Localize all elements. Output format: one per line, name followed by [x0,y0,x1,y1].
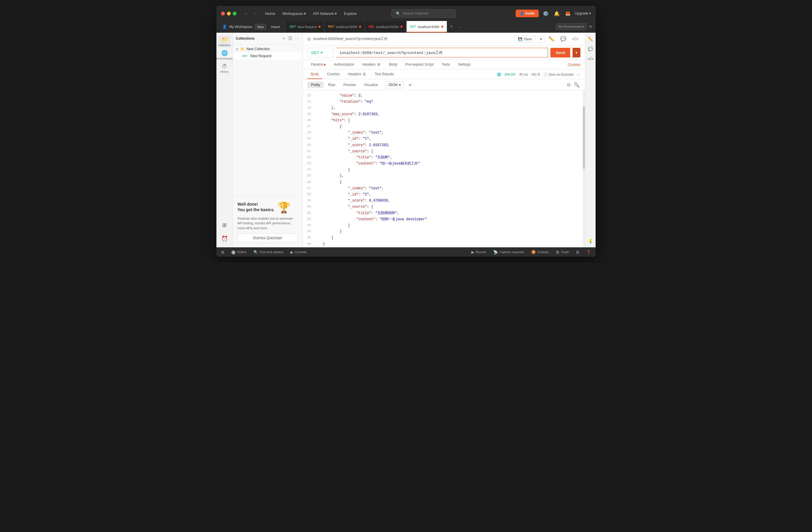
layout-button[interactable]: ⊞ [575,250,580,254]
cookies-link[interactable]: Cookies [568,63,580,67]
pre-request-tab[interactable]: Pre-request Script [402,60,437,69]
body-tab[interactable]: Body [386,60,401,69]
close-button[interactable] [221,12,225,15]
environment-icon-button[interactable]: 👁 [589,25,593,29]
cookies-button[interactable]: 🍪 Cookies [530,250,550,254]
console-button[interactable]: ▶ Console [289,250,308,254]
test-results-tab[interactable]: Test Results [371,70,397,79]
quickstart-text: Well done!You got the basics. [237,202,274,213]
explore-link[interactable]: Explore [341,10,360,17]
invite-button[interactable]: 👤 Invite [516,10,539,17]
search-button[interactable]: 🔍 [573,81,580,88]
right-sidebar-code-button[interactable]: </> [586,55,595,63]
response-more-button[interactable]: ··· [577,72,580,77]
sidebar-timer-button[interactable]: ⏰ [219,233,230,244]
json-line-21: 21 "_source": { [303,148,585,155]
breadcrumb-actions: 💾 Save ▾ ✏️ 💬 </> [514,35,581,43]
sidebar-environments-button[interactable]: 🌐 Environments [219,49,230,61]
format-select[interactable]: JSON ▾ [385,81,404,88]
tab-put-localhost[interactable]: PUT localhost:9200/ [324,21,365,32]
pretty-format-button[interactable]: Pretty [307,82,323,88]
home-link[interactable]: Home [262,10,278,17]
new-button[interactable]: New [255,24,266,30]
params-tab[interactable]: Params [307,60,329,69]
tab-label: New Request [298,25,317,29]
url-input[interactable] [336,48,548,57]
save-icon: 💾 [518,37,522,41]
raw-format-button[interactable]: Raw [324,82,339,88]
json-line-32: 32 "content": "招聘一名java developer" [303,216,585,222]
expand-sidebar-button[interactable]: ⊞ [220,250,226,254]
edit-icon-button[interactable]: ✏️ [547,35,556,43]
response-area: Body Cookies Headers4 Test Results 🌐 200… [303,70,585,247]
trash-button[interactable]: 🗑 Trash [554,250,570,254]
import-button[interactable]: Import [269,24,282,29]
send-button[interactable]: Send [550,48,570,57]
capture-icon: 📡 [493,250,498,254]
maximize-button[interactable] [233,12,236,15]
visualize-format-button[interactable]: Visualize [361,82,381,88]
authorization-tab[interactable]: Authorization [330,60,358,69]
code-icon-button[interactable]: </> [570,35,580,43]
settings-tab[interactable]: Settings [454,60,474,69]
add-collection-button[interactable]: + [282,35,286,42]
right-sidebar-edit-button[interactable]: ✏️ [586,35,595,43]
workspaces-dropdown[interactable]: Workspaces ▾ [279,10,309,17]
back-arrow[interactable]: ← [242,10,249,17]
search-bar[interactable]: 🔍 Search Postman [391,9,455,18]
forward-arrow[interactable]: → [252,10,259,17]
json-line-15: 15 "max_score": 2.0187383, [303,112,585,117]
sidebar-bottom-button[interactable]: ⊞ [219,219,230,231]
grid-plus-icon: ⊞ [222,222,227,228]
preview-format-button[interactable]: Preview [340,82,359,88]
environment-select[interactable]: No Environment ▾ [556,23,587,30]
filter-collections-button[interactable]: ☰ [288,35,293,42]
collections-header: Collections + ☰ ··· [233,33,303,44]
headers-tab[interactable]: Headers4 [345,70,370,79]
filter-button[interactable]: ⇌ [405,82,415,88]
find-replace-button[interactable]: 🔍 Find and replace [252,250,285,254]
notifications-button[interactable]: 🔔 [553,10,561,17]
tab-get-new-request[interactable]: GET New Request [286,21,324,32]
method-select[interactable]: GET ▾ [307,48,334,57]
help-button[interactable]: ❓ [585,250,592,254]
add-tab-button[interactable]: + [448,24,455,30]
collection-item-new[interactable]: ▼ 📁 New Collection [233,45,303,53]
minimize-button[interactable] [227,12,231,15]
right-sidebar-comment-button[interactable]: 💬 [586,45,595,53]
save-arrow-button[interactable]: ▾ [538,35,545,43]
upgrade-button[interactable]: Upgrade ▾ [575,11,591,15]
tab-method: DEL [369,25,375,28]
tabs-area: GET New Request PUT localhost:9200/ DEL … [286,21,447,32]
tab-get-localhost-active[interactable]: GET localhost:9200/ [407,21,447,32]
sidebar-collections-button[interactable]: 📁 Collections [219,35,230,47]
comment-icon-button[interactable]: 💬 [559,35,568,43]
tab-modified-dot [441,26,443,28]
more-collections-button[interactable]: ··· [294,35,300,42]
save-button[interactable]: 💾 Save [514,35,536,43]
copy-button[interactable]: ⧉ [566,81,571,88]
api-network-dropdown[interactable]: API Network ▾ [310,10,340,17]
profile-button[interactable]: 🦊 [564,10,572,17]
scrollbar-track[interactable] [583,90,585,247]
cookies-tab[interactable]: Cookies [323,70,343,79]
body-tab[interactable]: Body [307,70,322,79]
send-arrow-button[interactable]: ▾ [572,48,580,57]
save-example-button[interactable]: 📄 Save as Example [543,73,574,76]
capture-button[interactable]: 📡 Capture requests [492,250,525,254]
tab-del-localhost[interactable]: DEL localhost:9200/t [365,21,406,32]
headers-tab[interactable]: Headers6 [359,60,385,69]
settings-button[interactable]: ⚙️ [542,10,550,17]
sidebar-history-button[interactable]: ⏱ History [219,62,230,74]
runner-button[interactable]: ▶ Runner [470,250,488,254]
scrollbar-thumb[interactable] [583,106,585,169]
tests-tab[interactable]: Tests [438,60,453,69]
timer-icon: ⏰ [221,235,228,242]
request-item-new[interactable]: GET New Request [233,53,303,59]
json-body[interactable]: 12 "value": 2, 13 "relation": "eq" 14 }, [303,90,585,247]
dismiss-quickstart-button[interactable]: Dismiss Quickstart [237,233,298,243]
more-tabs-button[interactable]: ··· [456,25,464,29]
json-line-36: 36 } [303,241,585,247]
right-sidebar-bulb-button[interactable]: 💡 [586,237,595,245]
online-status-button[interactable]: ⬤ Online [230,250,248,254]
